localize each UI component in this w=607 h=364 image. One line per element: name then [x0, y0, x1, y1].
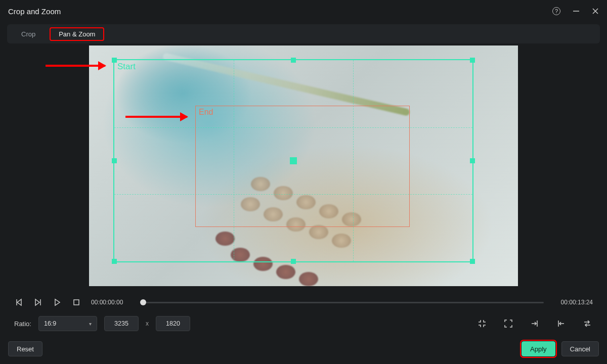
fullscreen-icon[interactable]: [503, 318, 514, 329]
tab-pan-and-zoom[interactable]: Pan & Zoom: [50, 27, 104, 41]
resize-handle[interactable]: [470, 58, 475, 63]
ratio-label: Ratio:: [14, 320, 31, 328]
preview[interactable]: Start End: [89, 46, 518, 286]
playback-bar: 00:00:00:00 00:00:13:24: [0, 292, 607, 312]
align-right-icon[interactable]: [529, 318, 540, 329]
annotation-arrow-icon: [46, 65, 105, 67]
window-controls: ?: [552, 7, 599, 15]
annotation-arrow-icon: [125, 116, 187, 118]
width-input[interactable]: 3235: [104, 316, 139, 331]
stop-icon[interactable]: [72, 298, 81, 307]
chevron-down-icon: ▾: [89, 321, 92, 327]
minimize-icon[interactable]: [573, 8, 580, 15]
resize-handle[interactable]: [291, 259, 296, 264]
cancel-button[interactable]: Cancel: [561, 341, 599, 356]
reset-button[interactable]: Reset: [8, 341, 42, 356]
settings-bar: Ratio: 16:9 ▾ 3235 x 1820: [0, 313, 607, 334]
start-label: Start: [117, 62, 136, 72]
ratio-value: 16:9: [44, 320, 56, 327]
help-icon[interactable]: ?: [552, 7, 560, 15]
resize-handle[interactable]: [291, 58, 296, 63]
svg-marker-5: [35, 299, 39, 305]
resize-handle[interactable]: [470, 158, 475, 163]
dimension-separator: x: [146, 320, 149, 327]
tab-crop[interactable]: Crop: [12, 28, 45, 40]
apply-button[interactable]: Apply: [522, 341, 555, 356]
current-time: 00:00:00:00: [91, 299, 123, 306]
titlebar: Crop and Zoom ?: [0, 0, 607, 22]
resize-handle[interactable]: [470, 259, 475, 264]
close-icon[interactable]: [592, 8, 599, 15]
end-crop-rect[interactable]: End: [195, 106, 410, 227]
svg-marker-4: [17, 299, 21, 305]
swap-icon[interactable]: [582, 318, 593, 329]
exit-fullscreen-icon[interactable]: [476, 318, 488, 329]
svg-marker-7: [55, 299, 60, 305]
height-input[interactable]: 1820: [156, 316, 190, 331]
seek-slider[interactable]: [140, 302, 543, 303]
end-label: End: [199, 108, 213, 117]
align-left-icon[interactable]: [555, 318, 567, 329]
window-title: Crop and Zoom: [8, 7, 552, 16]
ratio-select[interactable]: 16:9 ▾: [38, 316, 97, 331]
tabs: Crop Pan & Zoom: [7, 24, 600, 43]
step-forward-icon[interactable]: [33, 298, 42, 307]
resize-handle[interactable]: [112, 259, 117, 264]
seek-knob[interactable]: [140, 299, 146, 305]
resize-handle[interactable]: [112, 58, 117, 63]
svg-rect-8: [74, 300, 79, 305]
footer: Reset Apply Cancel: [0, 339, 607, 359]
total-time: 00:00:13:24: [561, 299, 593, 306]
resize-handle[interactable]: [112, 158, 117, 163]
step-back-icon[interactable]: [14, 298, 23, 307]
play-icon[interactable]: [53, 298, 62, 307]
